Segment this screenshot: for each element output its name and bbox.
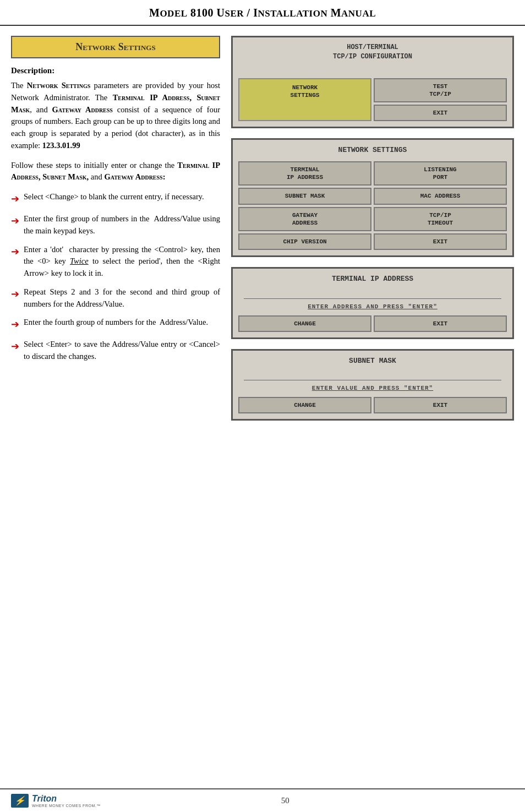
ip-input-line <box>244 289 501 299</box>
section-title: Network Settings <box>11 36 220 58</box>
page-number: 50 <box>281 796 289 805</box>
tcp-timeout-button[interactable]: TCP/IPTIMEOUT <box>374 207 507 232</box>
screen-network-settings: NETWORK SETTINGS TERMINALIP ADDRESS LIST… <box>231 138 514 257</box>
follow-paragraph: Follow these steps to initially enter or… <box>11 160 220 184</box>
list-item: ➔ Enter a 'dot' character by pressing th… <box>11 244 220 280</box>
triton-logo-icon: ⚡ <box>11 794 29 808</box>
mac-address-button[interactable]: MAC ADDRESS <box>374 188 507 204</box>
listening-port-button[interactable]: LISTENINGPORT <box>374 161 507 186</box>
exit-button-screen1[interactable]: EXIT <box>374 105 507 121</box>
terminal-ip-address-button[interactable]: TERMINALIP ADDRESS <box>238 161 371 186</box>
bullet-arrow-icon: ➔ <box>11 244 19 259</box>
logo-sub: WHERE MONEY COMES FROM.™ <box>32 804 101 808</box>
footer-logo: ⚡ Triton WHERE MONEY COMES FROM.™ <box>11 794 101 808</box>
logo-triton: Triton <box>32 794 57 803</box>
screen2-title: NETWORK SETTINGS <box>238 145 507 155</box>
example-value: 123.3.01.99 <box>42 141 80 150</box>
screen4-buttons: CHANGE EXIT <box>238 397 507 413</box>
screen3-title: TERMINAL IP ADDRESS <box>238 274 507 284</box>
change-button-screen4[interactable]: CHANGE <box>238 397 371 413</box>
exit-button-screen2[interactable]: EXIT <box>374 233 507 250</box>
description-paragraph: The Network Settings parameters are prov… <box>11 80 220 152</box>
bullet-list: ➔ Select <Change> to blank the current e… <box>11 191 220 363</box>
logo-text-block: Triton WHERE MONEY COMES FROM.™ <box>32 794 101 808</box>
bullet-arrow-icon: ➔ <box>11 192 19 206</box>
subnet-mask-button[interactable]: SUBNET MASK <box>238 188 371 204</box>
screen-terminal-ip: TERMINAL IP ADDRESS ENTER ADDRESS AND PR… <box>231 267 514 339</box>
test-tcpip-button[interactable]: TESTTCP/IP <box>374 78 507 103</box>
list-item: ➔ Select <Change> to blank the current e… <box>11 191 220 206</box>
change-button-screen3[interactable]: CHANGE <box>238 315 371 332</box>
description-heading: Description: <box>11 66 220 75</box>
exit-button-screen4[interactable]: EXIT <box>374 397 507 413</box>
chip-version-button[interactable]: CHIP VERSION <box>238 233 371 250</box>
page-footer: ⚡ Triton WHERE MONEY COMES FROM.™ 50 <box>0 788 525 812</box>
right-column: HOST/TERMINAL TCP/IP CONFIGURATION NETWO… <box>231 36 514 421</box>
list-item: ➔ Enter the fourth group of numbers for … <box>11 317 220 332</box>
screen4-title: SUBNET MASK <box>238 356 507 366</box>
header-title: MODEL 8100 USER / INSTALLATION MANUAL <box>149 7 376 19</box>
list-item: ➔ Enter the first group of numbers in th… <box>11 213 220 237</box>
network-settings-button[interactable]: NETWORKSETTINGS <box>238 78 371 122</box>
list-item: ➔ Repeat Steps 2 and 3 for the second an… <box>11 286 220 310</box>
page-header: MODEL 8100 USER / INSTALLATION MANUAL <box>0 0 525 26</box>
screen2-buttons: TERMINALIP ADDRESS LISTENINGPORT SUBNET … <box>238 161 507 250</box>
bullet-arrow-icon: ➔ <box>11 287 19 302</box>
bullet-arrow-icon: ➔ <box>11 214 19 228</box>
gateway-address-button[interactable]: GATEWAYADDRESS <box>238 207 371 232</box>
screen3-prompt: ENTER ADDRESS AND PRESS "ENTER" <box>238 303 507 310</box>
screen-subnet-mask: SUBNET MASK ENTER VALUE AND PRESS "ENTER… <box>231 349 514 421</box>
subnet-input-line <box>244 370 501 380</box>
screen3-buttons: CHANGE EXIT <box>238 315 507 332</box>
screen-host-terminal: HOST/TERMINAL TCP/IP CONFIGURATION NETWO… <box>231 36 514 128</box>
screen4-prompt: ENTER VALUE AND PRESS "ENTER" <box>238 385 507 391</box>
exit-button-screen3[interactable]: EXIT <box>374 315 507 332</box>
screen1-title: HOST/TERMINAL TCP/IP CONFIGURATION <box>238 43 507 62</box>
section-title-text: Network Settings <box>75 41 155 52</box>
main-content: Network Settings Description: The Networ… <box>0 26 525 426</box>
bullet-arrow-icon: ➔ <box>11 317 19 332</box>
list-item: ➔ Select <Enter> to save the Address/Val… <box>11 339 220 363</box>
bullet-arrow-icon: ➔ <box>11 339 19 354</box>
left-column: Network Settings Description: The Networ… <box>11 36 220 421</box>
